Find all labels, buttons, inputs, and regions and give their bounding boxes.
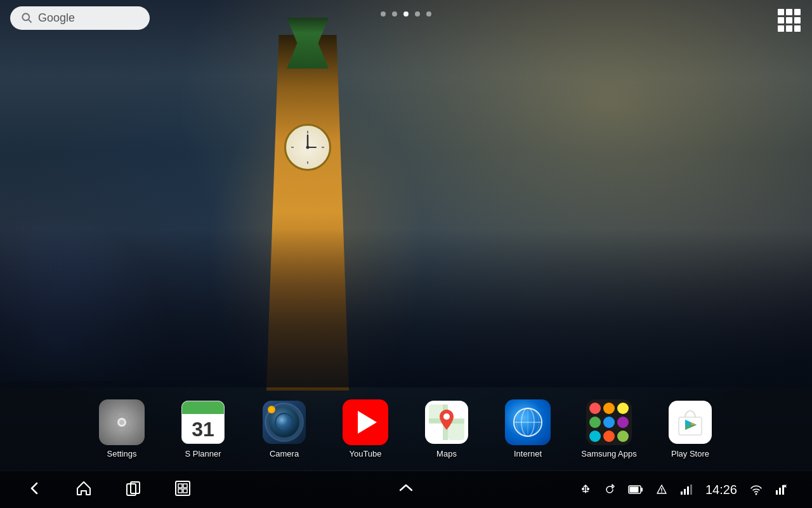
youtube-app[interactable]: YouTube [325,394,406,464]
play-store-app[interactable]: Play Store [650,394,731,464]
page-dot-2[interactable] [392,11,397,17]
svg-point-17 [443,413,450,420]
svg-rect-43 [681,491,683,495]
camera-app[interactable]: Camera [244,394,325,464]
youtube-label: YouTube [349,449,381,458]
calendar-icon: 31 [181,401,225,444]
svg-point-36 [582,488,584,490]
settings-label: Settings [107,449,137,458]
camera-icon [263,401,306,444]
up-arrow-button[interactable] [398,480,414,499]
svg-point-42 [661,491,662,493]
sync-icon [604,484,615,495]
samsung-apps-label: Samsung Apps [581,449,636,458]
nav-left-group [25,479,192,500]
google-search-bar[interactable]: Google [10,6,150,30]
recents-button[interactable] [124,479,142,500]
network-icon [775,484,787,495]
svg-rect-48 [776,490,778,495]
samsung-dots-icon [589,403,629,442]
svg-rect-50 [782,485,784,495]
nav-bar: 14:26 [0,471,812,508]
svg-rect-46 [690,485,692,495]
back-icon [25,479,43,497]
internet-app[interactable]: Internet [487,394,568,464]
svg-rect-34 [178,489,182,493]
svg-rect-39 [629,487,638,493]
svg-rect-35 [183,489,187,493]
svg-rect-33 [183,484,187,488]
status-bar-right: 14:26 [580,483,787,497]
nav-center [398,480,414,499]
internet-globe-icon [511,405,545,439]
status-time: 14:26 [705,483,737,497]
big-ben-clock [284,124,331,171]
up-arrow-icon [398,480,414,497]
svg-rect-40 [641,488,643,491]
page-dot-4[interactable] [415,11,420,17]
search-icon [20,11,33,24]
page-dots [381,11,431,17]
samsung-apps-app[interactable]: Samsung Apps [568,394,650,464]
page-dot-5[interactable] [426,11,431,17]
calendar-date: 31 [182,414,224,444]
wifi-icon [750,484,763,495]
battery-icon [628,484,643,495]
svg-point-47 [756,493,757,495]
svg-point-37 [587,488,589,490]
maps-app[interactable]: Maps [406,394,487,464]
home-button[interactable] [75,479,93,500]
screenshot-button[interactable] [174,479,192,500]
splanner-label: S Planner [185,449,221,458]
usb-icon [580,484,591,495]
settings-gear-icon [105,406,138,439]
play-store-svg [674,406,707,439]
svg-rect-45 [687,486,689,495]
google-label: Google [38,11,75,25]
signal-icon [680,484,693,495]
svg-rect-49 [779,488,781,495]
svg-point-11 [119,420,124,425]
grid-icon [778,9,801,32]
page-dot-3[interactable] [403,11,409,17]
street-overlay [0,229,812,387]
splanner-app[interactable]: 31 S Planner [162,394,244,464]
back-button[interactable] [25,479,43,500]
maps-icon [425,401,468,444]
app-dock: Settings 31 S Planner Camera YouTube [0,387,812,470]
all-apps-button[interactable] [776,8,802,33]
screenshot-icon [174,479,192,497]
camera-flash-icon [268,406,275,413]
alert-icon [656,484,667,495]
settings-app[interactable]: Settings [81,394,162,464]
svg-point-7 [22,13,29,20]
svg-rect-32 [178,484,182,488]
svg-point-2 [306,146,310,149]
youtube-play-icon [358,411,377,434]
recents-icon [124,479,142,497]
camera-lens-inner [275,413,294,432]
svg-line-8 [29,20,32,23]
play-store-icon [669,401,712,444]
home-icon [75,479,93,497]
internet-label: Internet [514,449,542,458]
svg-rect-16 [448,422,464,440]
play-store-label: Play Store [671,449,709,458]
top-bar: Google [0,0,812,36]
maps-label: Maps [436,449,457,458]
maps-svg-icon [429,404,464,440]
svg-rect-44 [684,489,686,495]
camera-label: Camera [270,449,299,458]
page-dot-1[interactable] [381,11,386,17]
